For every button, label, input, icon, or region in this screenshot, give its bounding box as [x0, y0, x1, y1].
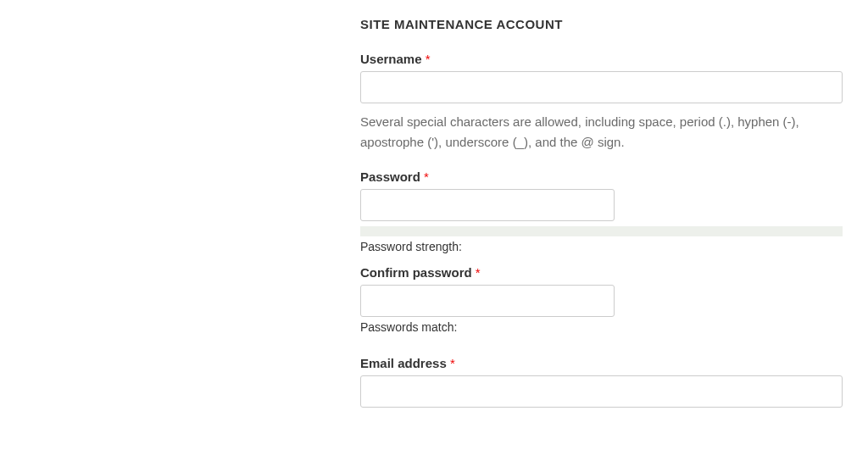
required-marker: * — [424, 169, 429, 184]
email-label: Email address * — [360, 356, 843, 370]
email-label-text: Email address — [360, 356, 447, 370]
username-label: Username * — [360, 52, 843, 66]
username-help-text: Several special characters are allowed, … — [360, 112, 843, 153]
password-strength-label: Password strength: — [360, 240, 843, 253]
email-input[interactable] — [360, 375, 843, 408]
password-field-group: Password * Password strength: — [360, 169, 843, 253]
username-label-text: Username — [360, 52, 422, 66]
password-label: Password * — [360, 169, 843, 184]
confirm-password-field-group: Confirm password * Passwords match: — [360, 265, 843, 334]
required-marker: * — [450, 356, 455, 370]
password-strength-bar — [360, 226, 843, 236]
password-label-text: Password — [360, 169, 420, 184]
required-marker: * — [476, 265, 481, 280]
section-title: SITE MAINTENANCE ACCOUNT — [360, 17, 843, 31]
required-marker: * — [426, 52, 431, 66]
password-input[interactable] — [360, 189, 615, 221]
email-field-group: Email address * — [360, 356, 843, 408]
confirm-password-label: Confirm password * — [360, 265, 843, 280]
passwords-match-label: Passwords match: — [360, 320, 843, 334]
account-form-section: SITE MAINTENANCE ACCOUNT Username * Seve… — [360, 0, 843, 408]
confirm-password-input[interactable] — [360, 285, 615, 317]
username-input[interactable] — [360, 71, 843, 103]
username-field-group: Username * Several special characters ar… — [360, 52, 843, 153]
confirm-password-label-text: Confirm password — [360, 265, 472, 280]
